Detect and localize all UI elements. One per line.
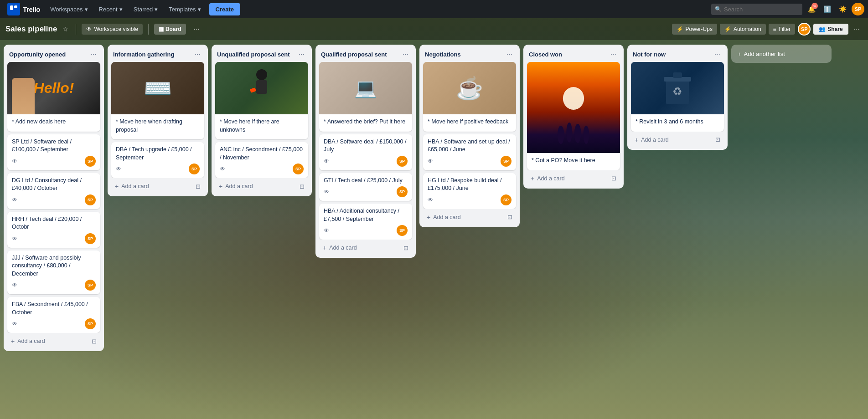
create-card-icon: ⊡ — [715, 136, 720, 143]
card-avatar: SP — [397, 186, 408, 197]
card[interactable]: GTI / Tech deal / £25,000 / July 👁 SP — [319, 173, 412, 201]
card[interactable]: DG Ltd / Consultancy deal / £40,000 / Oc… — [7, 173, 100, 209]
eye-icon[interactable]: 👁 — [428, 197, 433, 203]
workspace-visible-button[interactable]: 👁 Workspace visible — [82, 24, 142, 35]
plus-icon: + — [738, 51, 741, 57]
card-body: DBA / Software deal / £150,000 / July 👁 … — [319, 134, 412, 170]
templates-menu[interactable]: Templates ▾ — [164, 3, 205, 15]
automation-button[interactable]: ⚡ Automation — [720, 24, 766, 35]
create-button[interactable]: Create — [209, 3, 240, 15]
card[interactable]: 💻 * Answered the brief? Put it here — [319, 62, 412, 132]
star-button[interactable]: ☆ — [61, 24, 70, 35]
eye-icon[interactable]: 👁 — [324, 158, 329, 164]
customize-button[interactable]: ⋯ — [190, 23, 203, 35]
board-view-button[interactable]: ▦ Board — [154, 24, 186, 35]
add-card-button[interactable]: + Add a card ⊡ — [319, 241, 412, 254]
list-menu-button[interactable]: ··· — [89, 49, 98, 59]
help-button[interactable]: ℹ️ — [821, 3, 833, 15]
add-card-button[interactable]: + Add a card ⊡ — [7, 335, 100, 347]
share-button[interactable]: 👥 Share — [813, 24, 848, 35]
card-avatar: SP — [397, 156, 408, 167]
more-options-button[interactable]: ··· — [851, 23, 863, 35]
add-card-button[interactable]: + Add a card ⊡ — [527, 172, 620, 185]
card[interactable]: DBA / Software deal / £150,000 / July 👁 … — [319, 134, 412, 170]
list-menu-button[interactable]: ··· — [401, 49, 410, 59]
card[interactable]: * Got a PO? Move it here — [527, 62, 620, 170]
workspaces-menu[interactable]: Workspaces ▾ — [46, 3, 92, 15]
card-icons: 👁 — [12, 282, 17, 288]
plus-icon: + — [427, 214, 430, 221]
card[interactable]: HBA / Additional consultancy / £7,500 / … — [319, 204, 412, 240]
card[interactable]: Hello! * Add new deals here — [7, 62, 100, 132]
chevron-down-icon: ▾ — [198, 6, 201, 13]
card[interactable]: DBA / Tech upgrade / £5,000 / September … — [111, 142, 204, 178]
list-menu-button[interactable]: ··· — [609, 49, 618, 59]
add-card-button[interactable]: + Add a card ⊡ — [111, 180, 204, 193]
list-header: Information gathering ··· — [108, 45, 208, 62]
board-user-avatar[interactable]: SP — [798, 23, 811, 36]
eye-icon[interactable]: 👁 — [428, 158, 433, 164]
eye-icon[interactable]: 👁 — [12, 197, 17, 203]
card-cover: Hello! — [7, 62, 100, 114]
list-menu-button[interactable]: ··· — [297, 49, 306, 59]
card[interactable]: SP Ltd / Software deal / £100,000 / Sept… — [7, 134, 100, 170]
add-card-button[interactable]: + Add a card ⊡ — [215, 180, 308, 193]
card-icons: 👁 — [324, 189, 329, 195]
card-avatar: SP — [85, 156, 96, 167]
add-list-button[interactable]: + Add another list — [731, 45, 832, 63]
card[interactable]: HRH / Tech deal / £20,000 / Octobr 👁 SP — [7, 212, 100, 248]
card-body: * Got a PO? Move it here — [527, 153, 620, 170]
eye-icon[interactable]: 👁 — [116, 166, 121, 172]
card-body: * Move here if positive feedback — [423, 114, 516, 132]
card[interactable]: FBA / Secondment / £45,000 / October 👁 S… — [7, 297, 100, 333]
soldier-svg — [243, 66, 280, 111]
list-menu-button[interactable]: ··· — [193, 49, 202, 59]
card[interactable]: HG Ltd / Bespoke build deal / £175,000 /… — [423, 173, 516, 209]
svg-point-5 — [563, 87, 584, 110]
list-menu-button[interactable]: ··· — [505, 49, 514, 59]
eye-icon[interactable]: 👁 — [12, 321, 17, 327]
eye-icon[interactable]: 👁 — [12, 235, 17, 242]
divider-2 — [148, 24, 149, 35]
card[interactable]: * Move here if there are unknowns — [215, 62, 308, 139]
list-header: Negotiations ··· — [419, 45, 520, 62]
search-input[interactable] — [711, 4, 802, 15]
board-header: Sales pipeline ☆ 👁 Workspace visible ▦ B… — [0, 18, 868, 40]
trello-logo[interactable]: Trello — [4, 3, 44, 15]
card[interactable]: ANC inc / Secondment / £75,000 / Novembe… — [215, 142, 308, 178]
list-cards: ⌨️ * Move here when drafting proposal DB… — [108, 62, 208, 178]
add-card-label: Add a card — [537, 175, 564, 182]
card-footer: 👁 SP — [12, 280, 96, 291]
filter-button[interactable]: ≡ Filter — [769, 24, 796, 35]
eye-icon[interactable]: 👁 — [324, 227, 329, 234]
card-icons: 👁 — [12, 158, 17, 164]
user-avatar[interactable]: SP — [852, 3, 864, 15]
card-avatar: SP — [293, 164, 304, 174]
list-header: Qualified proposal sent ··· — [315, 45, 416, 62]
eye-icon[interactable]: 👁 — [12, 158, 17, 164]
create-card-icon: ⊡ — [507, 214, 512, 220]
recent-menu[interactable]: Recent ▾ — [94, 3, 127, 15]
starred-menu[interactable]: Starred ▾ — [129, 3, 163, 15]
add-card-button[interactable]: + Add a card ⊡ — [631, 133, 724, 146]
eye-icon[interactable]: 👁 — [324, 189, 329, 195]
card[interactable]: JJJ / Software and possibly consultancy … — [7, 250, 100, 295]
settings-button[interactable]: ☀️ — [836, 3, 849, 15]
add-card-button[interactable]: + Add a card ⊡ — [423, 211, 516, 224]
chevron-down-icon: ▾ — [119, 6, 123, 13]
card-avatar: SP — [501, 156, 512, 167]
card-body: DG Ltd / Consultancy deal / £40,000 / Oc… — [7, 173, 100, 209]
board-title[interactable]: Sales pipeline — [5, 25, 57, 34]
card-avatar: SP — [85, 194, 96, 205]
card[interactable]: ☕ * Move here if positive feedback — [423, 62, 516, 132]
eye-icon[interactable]: 👁 — [12, 282, 17, 288]
eye-icon[interactable]: 👁 — [220, 166, 225, 172]
notifications-button[interactable]: 🔔 9+ — [805, 3, 818, 15]
power-ups-button[interactable]: ⚡ Power-Ups — [672, 24, 717, 35]
create-card-icon: ⊡ — [403, 245, 408, 251]
card[interactable]: ⌨️ * Move here when drafting proposal — [111, 62, 204, 139]
card[interactable]: ♻ * Revisit in 3 and 6 months — [631, 62, 724, 132]
list-menu-button[interactable]: ··· — [713, 49, 722, 59]
card[interactable]: HBA / Software and set up deal / £65,000… — [423, 134, 516, 170]
card-title: * Answered the brief? Put it here — [324, 118, 408, 126]
